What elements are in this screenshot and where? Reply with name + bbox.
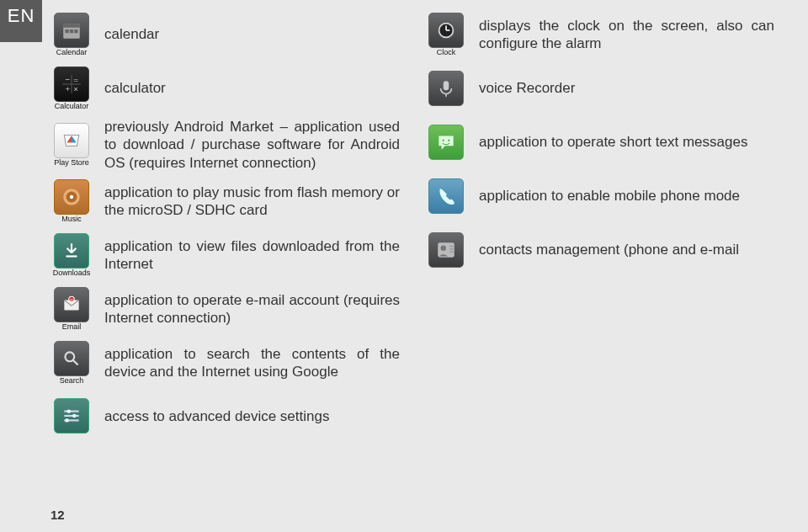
icon-wrap: Downloads (50, 233, 93, 277)
svg-rect-3 (70, 29, 73, 33)
icon-wrap: −=+× Calculator (50, 66, 93, 110)
svg-text:+: + (65, 84, 70, 93)
svg-rect-30 (444, 81, 449, 90)
icon-label: Calendar (56, 49, 88, 56)
messaging-icon (428, 125, 464, 160)
svg-text:=: = (73, 75, 78, 84)
svg-rect-2 (65, 29, 68, 33)
app-description: application to search the contents of th… (104, 345, 400, 381)
svg-rect-4 (74, 29, 77, 33)
svg-text:−: − (65, 75, 70, 84)
page-number: 12 (50, 508, 65, 522)
app-row: Music application to play music from fla… (50, 175, 400, 227)
icon-wrap (50, 398, 93, 434)
svg-line-19 (73, 360, 77, 364)
settings-icon (54, 398, 89, 434)
app-description: application to operate e-mail account (r… (104, 291, 400, 327)
search-icon (54, 341, 89, 376)
app-row: Play Store previously Android Market – a… (50, 116, 400, 173)
left-column: Calendar calendar −=+× Calculator calcul… (50, 8, 400, 443)
app-row: Calendar calendar (50, 8, 400, 61)
svg-text:×: × (73, 84, 78, 93)
icon-wrap: Calendar (50, 13, 93, 56)
music-icon (54, 179, 89, 215)
icon-label: Downloads (53, 269, 91, 277)
phone-icon (428, 178, 464, 214)
app-row: −=+× Calculator calculator (50, 62, 400, 114)
svg-text:@: @ (70, 297, 74, 301)
app-description: voice Recorder (479, 79, 774, 97)
app-description: calculator (104, 79, 400, 97)
icon-wrap: Search (50, 341, 93, 385)
app-description: application to operate short text messag… (479, 133, 774, 151)
icon-wrap (425, 125, 467, 161)
app-row: application to operate short text messag… (425, 116, 774, 168)
icon-wrap: Play Store (50, 123, 93, 167)
app-description: previously Android Market – application … (104, 118, 400, 172)
app-description: application to play music from flash mem… (104, 184, 400, 220)
icon-label: Music (61, 215, 82, 223)
email-icon: @ (54, 287, 89, 322)
downloads-icon (54, 233, 89, 269)
icon-wrap (425, 232, 467, 269)
app-row: contacts management (phone and e-mail (425, 224, 774, 276)
app-row: Downloads application to view files down… (50, 229, 400, 281)
icon-label: Search (60, 377, 84, 385)
clock-icon (428, 13, 464, 48)
page-content: Calendar calendar −=+× Calculator calcul… (0, 0, 808, 443)
calendar-icon (54, 13, 89, 48)
icon-label: Clock (437, 49, 456, 56)
app-row: application to enable mobile phone mode (425, 170, 774, 222)
svg-rect-14 (66, 255, 77, 257)
app-description: contacts management (phone and e-mail (479, 241, 774, 258)
app-row: Search application to search the content… (50, 337, 400, 389)
svg-point-32 (443, 139, 444, 141)
app-description: displays the clock on the screen, also c… (479, 17, 774, 53)
svg-point-13 (70, 195, 73, 199)
svg-point-23 (72, 414, 76, 418)
app-description: access to advanced device settings (104, 407, 400, 425)
microphone-icon (428, 71, 464, 106)
app-row: @ Email application to operate e-mail ac… (50, 283, 400, 335)
icon-wrap (425, 71, 467, 107)
svg-point-18 (65, 352, 74, 361)
svg-point-25 (65, 419, 68, 423)
language-badge: EN (0, 0, 42, 42)
app-description: calendar (104, 25, 400, 43)
icon-label: Play Store (54, 159, 89, 167)
icon-wrap: Clock (425, 13, 467, 56)
app-row: Clock displays the clock on the screen, … (425, 8, 774, 61)
playstore-icon (54, 123, 89, 158)
app-description: application to enable mobile phone mode (479, 187, 774, 205)
icon-label: Calculator (55, 103, 89, 110)
svg-point-35 (441, 245, 447, 251)
icon-label: Email (62, 323, 82, 331)
svg-rect-1 (63, 24, 80, 27)
icon-wrap (425, 178, 467, 215)
contacts-icon (428, 232, 464, 268)
icon-wrap: Music (50, 179, 93, 223)
calculator-icon: −=+× (54, 66, 89, 102)
icon-wrap: @ Email (50, 287, 93, 331)
app-row: voice Recorder (425, 62, 774, 114)
svg-point-21 (67, 410, 71, 413)
right-column: Clock displays the clock on the screen, … (425, 8, 774, 443)
app-description: application to view files downloaded fro… (104, 237, 400, 274)
svg-point-33 (448, 139, 449, 141)
app-row: access to advanced device settings (50, 391, 400, 443)
